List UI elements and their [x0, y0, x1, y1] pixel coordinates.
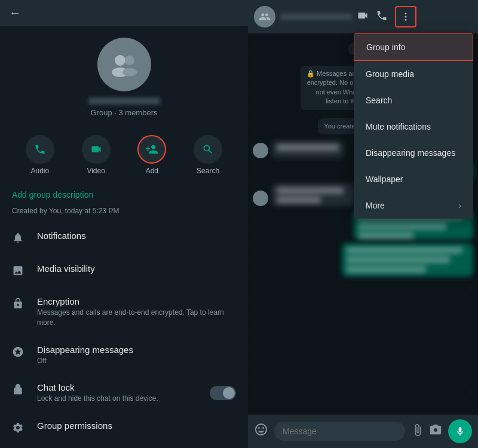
- dropdown-item-more[interactable]: More ›: [354, 192, 473, 219]
- back-button[interactable]: ←: [9, 6, 21, 20]
- svg-point-5: [405, 16, 407, 18]
- disappearing-dropdown-label: Disappearing messages: [366, 148, 455, 158]
- video-icon: [82, 135, 111, 164]
- community-item[interactable]: Add group to a community Bring members t…: [0, 445, 248, 448]
- search-label: Search: [197, 167, 219, 175]
- menu-item-group-permissions[interactable]: Group permissions: [0, 412, 248, 445]
- dropdown-item-group-info[interactable]: Group info: [354, 33, 473, 61]
- wallpaper-label: Wallpaper: [366, 174, 403, 184]
- dropdown-item-group-media[interactable]: Group media: [354, 61, 473, 87]
- more-label: More: [366, 201, 385, 210]
- notifications-icon: [12, 232, 25, 247]
- group-avatar: [97, 38, 151, 91]
- menu-item-media-visibility[interactable]: Media visibility: [0, 255, 248, 288]
- group-permissions-title: Group permissions: [37, 421, 112, 431]
- svg-point-6: [405, 19, 407, 21]
- group-media-label: Group media: [366, 69, 414, 79]
- left-header: ←: [0, 0, 248, 26]
- search-dropdown-label: Search: [366, 96, 392, 105]
- dropdown-item-mute[interactable]: Mute notifications: [354, 113, 473, 140]
- encryption-text: Encryption Messages and calls are end-to…: [37, 296, 236, 328]
- left-panel: ← Group · 3 members Audio: [0, 0, 248, 448]
- add-description-link[interactable]: Add group description: [0, 184, 248, 205]
- disappearing-text: Disappearing messages Off: [37, 345, 133, 366]
- group-avatar-section: Group · 3 members: [0, 26, 248, 126]
- svg-point-3: [122, 68, 137, 76]
- chat-lock-text: Chat lock Lock and hide this chat on thi…: [37, 382, 158, 404]
- dropdown-item-search[interactable]: Search: [354, 87, 473, 113]
- audio-button[interactable]: Audio: [26, 135, 54, 175]
- media-visibility-title: Media visibility: [37, 263, 95, 274]
- created-info: Created by You, today at 5:23 PM: [0, 205, 248, 222]
- add-label: Add: [146, 167, 158, 175]
- bubble-received-2: [272, 183, 356, 206]
- chat-lock-title: Chat lock: [37, 382, 158, 392]
- group-name-blurred: [88, 97, 160, 105]
- disappearing-icon: [12, 346, 25, 361]
- add-person-icon: [137, 135, 166, 164]
- attach-icon[interactable]: [411, 424, 424, 440]
- chat-lock-icon: [12, 383, 25, 398]
- notifications-title: Notifications: [37, 231, 86, 241]
- phone-call-icon[interactable]: [376, 10, 388, 24]
- mic-button[interactable]: [448, 419, 472, 443]
- chat-avatar: [254, 6, 275, 27]
- action-buttons-row: Audio Video Add Search: [0, 126, 248, 184]
- chat-title-blurred: [280, 14, 352, 20]
- input-icons: [411, 424, 442, 440]
- menu-item-notifications[interactable]: Notifications: [0, 222, 248, 255]
- menu-item-chat-lock[interactable]: Chat lock Lock and hide this chat on thi…: [0, 374, 248, 412]
- dropdown-item-disappearing[interactable]: Disappearing messages: [354, 140, 473, 166]
- three-dots-menu-button[interactable]: [395, 6, 416, 27]
- add-button[interactable]: Add: [137, 135, 166, 175]
- video-call-icon[interactable]: [357, 10, 369, 24]
- encryption-subtitle: Messages and calls are end-to-end encryp…: [37, 308, 236, 328]
- disappearing-subtitle: Off: [37, 356, 133, 366]
- svg-point-4: [405, 13, 407, 14]
- dropdown-item-wallpaper[interactable]: Wallpaper: [354, 166, 473, 192]
- chat-header-icons: [357, 6, 416, 27]
- group-permissions-text: Group permissions: [37, 421, 112, 431]
- svg-point-2: [125, 56, 134, 65]
- chat-lock-subtitle: Lock and hide this chat on this device.: [37, 394, 158, 404]
- chat-lock-toggle[interactable]: [210, 386, 236, 400]
- camera-icon[interactable]: [429, 424, 442, 440]
- video-label: Video: [87, 167, 105, 175]
- encryption-icon: [12, 297, 25, 312]
- bubble-received-1: [272, 140, 344, 158]
- media-visibility-text: Media visibility: [37, 263, 95, 274]
- mute-label: Mute notifications: [366, 122, 431, 131]
- chat-input-bar: [248, 415, 478, 448]
- notifications-text: Notifications: [37, 231, 86, 241]
- right-panel: Today 🔒 Messages and calls are end-to-en…: [248, 0, 478, 448]
- group-info-label: Group info: [366, 42, 405, 52]
- group-subtitle: Group · 3 members: [91, 108, 158, 117]
- audio-label: Audio: [31, 167, 50, 175]
- audio-icon: [26, 135, 54, 164]
- media-visibility-icon: [12, 265, 25, 280]
- search-icon: [194, 135, 222, 164]
- svg-point-0: [115, 55, 125, 66]
- encryption-title: Encryption: [37, 296, 236, 306]
- group-permissions-icon: [12, 422, 25, 437]
- bubble-sent-3: [342, 243, 473, 277]
- menu-item-encryption[interactable]: Encryption Messages and calls are end-to…: [0, 288, 248, 336]
- message-input[interactable]: [274, 422, 405, 441]
- chat-header: [248, 0, 478, 33]
- video-button[interactable]: Video: [82, 135, 111, 175]
- disappearing-title: Disappearing messages: [37, 345, 133, 355]
- menu-item-disappearing[interactable]: Disappearing messages Off: [0, 336, 248, 375]
- more-arrow-icon: ›: [458, 201, 461, 210]
- search-button[interactable]: Search: [194, 135, 222, 175]
- emoji-button[interactable]: [254, 422, 268, 440]
- dropdown-menu: Group info Group media Search Mute notif…: [354, 33, 473, 219]
